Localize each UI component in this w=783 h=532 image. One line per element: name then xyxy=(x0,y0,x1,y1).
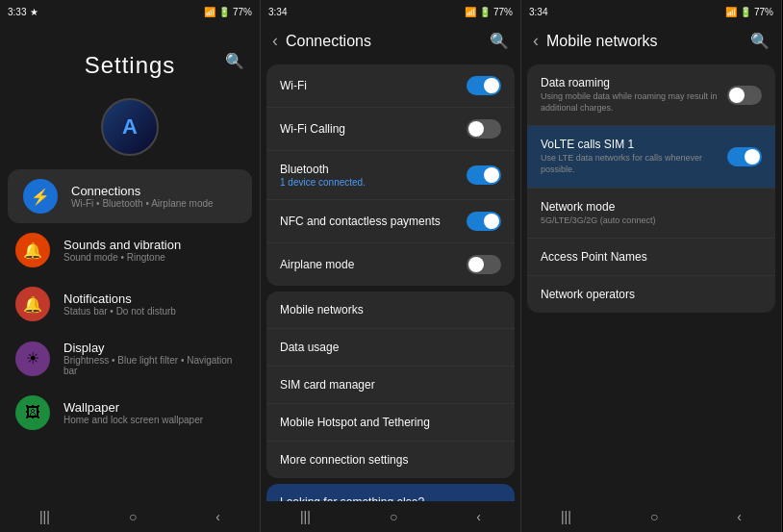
wallpaper-title: Wallpaper xyxy=(63,400,203,415)
airplane-title: Airplane mode xyxy=(280,258,457,271)
network-mode-sub: 5G/LTE/3G/2G (auto connect) xyxy=(541,215,762,227)
panel-settings-main: 3:33 ★ 📶 🔋 77% Settings 🔍 A ⚡ Connection… xyxy=(0,0,261,532)
nfc-row[interactable]: NFC and contactless payments xyxy=(266,200,515,243)
nav-home[interactable]: ○ xyxy=(129,509,137,524)
more-connections-row[interactable]: More connection settings xyxy=(266,442,515,478)
display-icon: ☀ xyxy=(15,342,50,376)
connections-back-button[interactable]: ‹ xyxy=(272,31,278,51)
settings-title: Settings xyxy=(85,52,176,79)
menu-item-notifications[interactable]: 🔔 Notifications Status bar • Do not dist… xyxy=(0,277,260,331)
network-operators-row[interactable]: Network operators xyxy=(527,276,775,313)
bluetooth-title: Bluetooth xyxy=(280,163,457,176)
connections-text: Connections Wi-Fi • Bluetooth • Airplane… xyxy=(71,184,214,209)
connections-title: Connections xyxy=(71,184,214,198)
status-bar-2: 3:34 📶 🔋 77% xyxy=(261,0,520,23)
nav-back-2[interactable]: ‹ xyxy=(476,509,481,524)
mobile-networks-header: ‹ Mobile networks 🔍 xyxy=(521,23,781,59)
wifi-toggle[interactable] xyxy=(467,76,501,95)
mobile-networks-list: Data roaming Using mobile data while roa… xyxy=(521,59,781,501)
mobile-networks-row[interactable]: Mobile networks xyxy=(266,291,515,329)
nav-home-3[interactable]: ○ xyxy=(650,509,658,524)
bluetooth-row[interactable]: Bluetooth 1 device connected. xyxy=(266,151,515,200)
profile-avatar[interactable]: A xyxy=(101,98,159,156)
wallpaper-sub: Home and lock screen wallpaper xyxy=(63,415,203,425)
volte-toggle-thumb xyxy=(745,149,760,165)
network-mode-title: Network mode xyxy=(541,200,762,214)
star-icon: ★ xyxy=(30,7,38,17)
data-roaming-toggle[interactable] xyxy=(727,86,762,105)
status-bar-3: 3:34 📶 🔋 77% xyxy=(521,0,781,23)
mobile-networks-search-icon[interactable]: 🔍 xyxy=(750,32,770,50)
connections-header: ‹ Connections 🔍 xyxy=(261,23,520,59)
mobile-networks-header-title: Mobile networks xyxy=(546,33,743,50)
nav-recents[interactable]: ||| xyxy=(39,509,50,524)
toggle-section: Wi-Fi Wi-Fi Calling Blueto xyxy=(266,64,515,286)
notifications-sub: Status bar • Do not disturb xyxy=(63,306,176,317)
data-usage-title: Data usage xyxy=(280,341,501,354)
bluetooth-toggle[interactable] xyxy=(467,165,501,185)
nfc-toggle-thumb xyxy=(484,214,499,229)
nav-home-2[interactable]: ○ xyxy=(390,509,397,524)
settings-header: Settings 🔍 xyxy=(0,23,260,89)
status-left-3: 3:34 xyxy=(529,7,547,17)
connections-search-icon[interactable]: 🔍 xyxy=(490,32,509,50)
battery-text-1: 📶 🔋 77% xyxy=(204,7,252,17)
connections-list: Wi-Fi Wi-Fi Calling Blueto xyxy=(261,59,520,501)
data-roaming-title: Data roaming xyxy=(541,76,718,89)
status-right-3: 📶 🔋 77% xyxy=(725,7,773,17)
nav-recents-2[interactable]: ||| xyxy=(300,509,311,524)
airplane-row[interactable]: Airplane mode xyxy=(266,243,515,286)
nav-recents-3[interactable]: ||| xyxy=(561,509,571,524)
bottom-nav-1: ||| ○ ‹ xyxy=(0,501,260,532)
sounds-title: Sounds and vibration xyxy=(63,238,181,252)
search-icon-settings[interactable]: 🔍 xyxy=(225,52,244,70)
menu-item-connections[interactable]: ⚡ Connections Wi-Fi • Bluetooth • Airpla… xyxy=(8,169,252,223)
panel-connections: 3:34 📶 🔋 77% ‹ Connections 🔍 Wi-Fi xyxy=(261,0,521,532)
wifi-calling-toggle[interactable] xyxy=(467,119,501,139)
wifi-row[interactable]: Wi-Fi xyxy=(266,64,515,108)
sim-manager-row[interactable]: SIM card manager xyxy=(266,367,515,404)
menu-item-sounds[interactable]: 🔔 Sounds and vibration Sound mode • Ring… xyxy=(0,223,260,277)
volte-title: VoLTE calls SIM 1 xyxy=(541,138,718,151)
nav-back[interactable]: ‹ xyxy=(215,509,220,524)
data-usage-row[interactable]: Data usage xyxy=(266,329,515,367)
hotspot-title: Mobile Hotspot and Tethering xyxy=(280,416,501,429)
menu-item-wallpaper[interactable]: 🖼 Wallpaper Home and lock screen wallpap… xyxy=(0,386,260,440)
airplane-toggle-thumb xyxy=(468,257,484,272)
data-roaming-sub: Using mobile data while roaming may resu… xyxy=(541,91,718,114)
mobile-networks-content: ‹ Mobile networks 🔍 Data roaming Using m… xyxy=(521,23,781,501)
mobile-networks-back-button[interactable]: ‹ xyxy=(533,31,539,51)
sounds-sub: Sound mode • Ringtone xyxy=(63,252,181,263)
nfc-toggle[interactable] xyxy=(467,212,501,231)
settings-content: Settings 🔍 A ⚡ Connections Wi-Fi • Bluet… xyxy=(0,23,260,501)
wifi-calling-toggle-thumb xyxy=(468,121,484,137)
airplane-toggle[interactable] xyxy=(467,255,501,274)
more-connections-title: More connection settings xyxy=(280,453,501,467)
access-point-title: Access Point Names xyxy=(541,250,762,264)
wifi-calling-row[interactable]: Wi-Fi Calling xyxy=(266,108,515,151)
display-title: Display xyxy=(63,341,244,355)
status-right-1: 📶 🔋 77% xyxy=(204,7,252,17)
network-mode-row[interactable]: Network mode 5G/LTE/3G/2G (auto connect) xyxy=(527,189,775,240)
volte-toggle[interactable] xyxy=(727,147,762,166)
status-left-1: 3:33 ★ xyxy=(8,7,38,17)
wifi-title: Wi-Fi xyxy=(280,79,457,92)
notifications-title: Notifications xyxy=(63,291,176,306)
bottom-nav-2: ||| ○ ‹ xyxy=(261,501,520,532)
looking-section[interactable]: Looking for something else? Samsung Clou… xyxy=(266,484,515,501)
nav-back-3[interactable]: ‹ xyxy=(737,509,742,524)
access-point-row[interactable]: Access Point Names xyxy=(527,239,775,276)
time-3: 3:34 xyxy=(529,7,547,17)
nfc-title: NFC and contactless payments xyxy=(280,215,457,228)
data-roaming-row[interactable]: Data roaming Using mobile data while roa… xyxy=(527,64,775,126)
menu-item-display[interactable]: ☀ Display Brightness • Blue light filter… xyxy=(0,331,260,386)
connections-icon: ⚡ xyxy=(23,179,58,214)
notifications-text: Notifications Status bar • Do not distur… xyxy=(63,291,176,317)
sounds-icon: 🔔 xyxy=(15,233,50,267)
hotspot-row[interactable]: Mobile Hotspot and Tethering xyxy=(266,404,515,442)
wallpaper-text: Wallpaper Home and lock screen wallpaper xyxy=(63,400,203,425)
volte-row[interactable]: VoLTE calls SIM 1 Use LTE data networks … xyxy=(527,126,775,188)
menu-list: ⚡ Connections Wi-Fi • Bluetooth • Airpla… xyxy=(0,169,260,501)
wallpaper-icon: 🖼 xyxy=(15,395,50,430)
display-sub: Brightness • Blue light filter • Navigat… xyxy=(63,355,244,376)
